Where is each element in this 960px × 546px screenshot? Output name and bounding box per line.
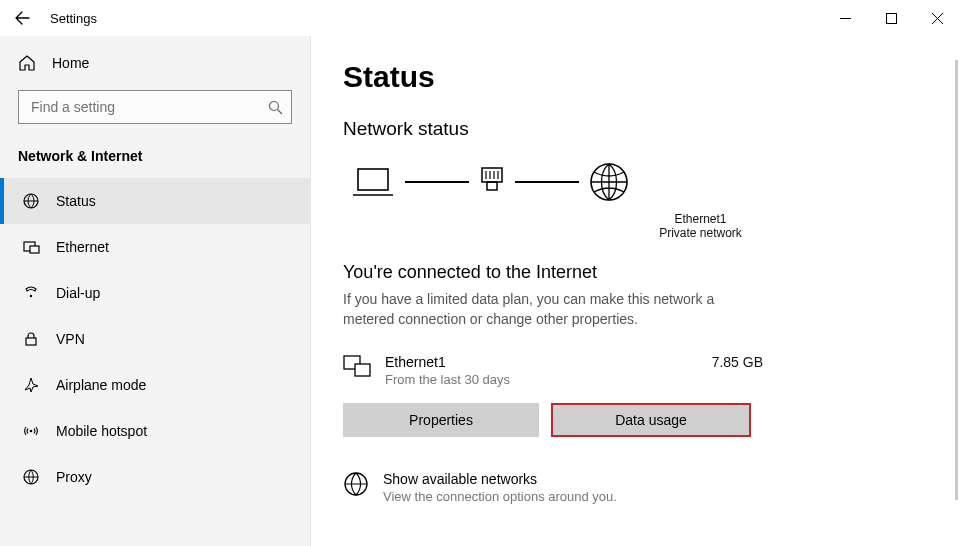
connection-icon <box>343 354 371 378</box>
nav-hotspot[interactable]: Mobile hotspot <box>0 408 310 454</box>
nav-ethernet[interactable]: Ethernet <box>0 224 310 270</box>
svg-rect-4 <box>30 246 39 253</box>
nav-dialup[interactable]: Dial-up <box>0 270 310 316</box>
diagram-line <box>405 181 469 183</box>
nav-label: Proxy <box>56 469 92 485</box>
sidebar: Home Network & Internet Status Ethernet <box>0 36 311 546</box>
ethernet-icon <box>22 238 40 256</box>
connection-name: Ethernet1 <box>385 354 698 370</box>
titlebar: Settings <box>0 0 960 36</box>
nav-label: Ethernet <box>56 239 109 255</box>
svg-rect-6 <box>26 338 36 345</box>
svg-point-1 <box>270 101 279 110</box>
svg-rect-9 <box>358 169 388 190</box>
proxy-icon <box>22 468 40 486</box>
hotspot-icon <box>22 422 40 440</box>
nav-label: VPN <box>56 331 85 347</box>
data-usage-button[interactable]: Data usage <box>551 403 751 437</box>
maximize-button[interactable] <box>868 0 914 36</box>
minimize-button[interactable] <box>822 0 868 36</box>
nav-label: Mobile hotspot <box>56 423 147 439</box>
svg-rect-10 <box>482 168 502 182</box>
nav-vpn[interactable]: VPN <box>0 316 310 362</box>
window-controls <box>822 0 960 36</box>
back-button[interactable] <box>0 0 44 36</box>
window-title: Settings <box>50 11 97 26</box>
home-label: Home <box>52 55 89 71</box>
search-icon <box>268 100 283 115</box>
globe-small-icon <box>343 471 369 497</box>
connection-amount: 7.85 GB <box>712 354 763 370</box>
nav-label: Status <box>56 193 96 209</box>
close-button[interactable] <box>914 0 960 36</box>
diagram-line <box>515 181 579 183</box>
section-title: Network & Internet <box>0 142 310 178</box>
properties-button[interactable]: Properties <box>343 403 539 437</box>
connected-body: If you have a limited data plan, you can… <box>343 289 763 330</box>
button-label: Properties <box>409 412 473 428</box>
vpn-icon <box>22 330 40 348</box>
arrow-left-icon <box>14 10 30 26</box>
search-box[interactable] <box>18 90 292 124</box>
svg-point-5 <box>30 295 32 297</box>
connected-title: You're connected to the Internet <box>343 262 928 283</box>
nav-airplane[interactable]: Airplane mode <box>0 362 310 408</box>
search-input[interactable] <box>29 98 268 116</box>
minimize-icon <box>840 13 851 24</box>
adapter-icon <box>477 162 507 202</box>
airplane-icon <box>22 376 40 394</box>
network-diagram <box>349 160 928 204</box>
button-label: Data usage <box>615 412 687 428</box>
maximize-icon <box>886 13 897 24</box>
page-heading: Status <box>343 60 928 94</box>
globe-icon <box>587 160 631 204</box>
main-content: Status Network status Ethernet1 Private … <box>311 36 960 546</box>
home-icon <box>18 54 36 72</box>
close-icon <box>932 13 943 24</box>
laptop-icon <box>349 162 397 202</box>
dialup-icon <box>22 284 40 302</box>
nav-label: Airplane mode <box>56 377 146 393</box>
home-link[interactable]: Home <box>0 44 310 82</box>
diagram-caption: Ethernet1 Private network <box>473 212 928 240</box>
nav-proxy[interactable]: Proxy <box>0 454 310 500</box>
svg-rect-11 <box>487 182 497 190</box>
connection-period: From the last 30 days <box>385 372 698 387</box>
button-row: Properties Data usage <box>343 403 928 437</box>
connection-row: Ethernet1 From the last 30 days 7.85 GB <box>343 354 763 387</box>
available-networks[interactable]: Show available networks View the connect… <box>343 471 928 504</box>
available-sub: View the connection options around you. <box>383 489 617 504</box>
available-title: Show available networks <box>383 471 617 487</box>
page-subheading: Network status <box>343 118 928 140</box>
scrollbar[interactable] <box>955 60 958 500</box>
nav-list: Status Ethernet Dial-up VPN <box>0 178 310 500</box>
adapter-sub: Private network <box>473 226 928 240</box>
svg-rect-14 <box>355 364 370 376</box>
svg-point-7 <box>30 430 33 433</box>
nav-label: Dial-up <box>56 285 100 301</box>
status-icon <box>22 192 40 210</box>
nav-status[interactable]: Status <box>0 178 310 224</box>
adapter-name: Ethernet1 <box>473 212 928 226</box>
svg-rect-0 <box>886 13 896 23</box>
